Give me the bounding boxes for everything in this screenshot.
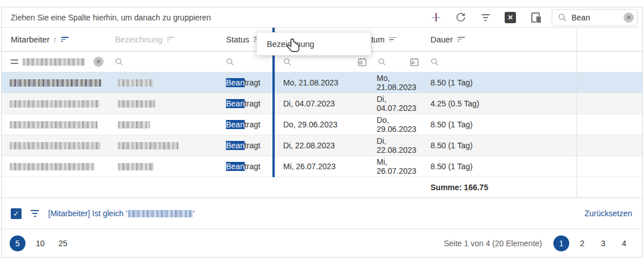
page-2[interactable]: 2: [574, 235, 590, 251]
dragged-column-ghost: Bezeichnung: [257, 32, 371, 55]
search-icon: [378, 58, 386, 66]
page-size-10[interactable]: 10: [32, 235, 48, 251]
dauer-total: Summe: 166.75: [425, 177, 577, 198]
column-chooser-button[interactable]: [529, 11, 541, 24]
search-highlight: Bean: [226, 141, 245, 150]
search-box: ✕: [552, 9, 638, 26]
header-filter-icon-enddatum[interactable]: [388, 36, 398, 44]
page-selector: 1 2 3 4: [553, 235, 632, 251]
group-panel-hint: Ziehen Sie eine Spalte hierhin, um danac…: [11, 13, 211, 22]
column-header-mitarbeiter[interactable]: Mitarbeiter ↑: [2, 28, 109, 51]
redacted-bezeichnung: [118, 79, 153, 87]
column-header-dauer[interactable]: Dauer: [425, 28, 577, 51]
add-button[interactable]: [429, 11, 442, 24]
page-size-5[interactable]: 5: [10, 235, 25, 251]
search-clear-button[interactable]: ✕: [624, 12, 634, 23]
filter-cell-bezeichnung[interactable]: [109, 52, 223, 72]
column-header-bezeichnung[interactable]: Bezeichnung: [109, 28, 223, 51]
table-row[interactable]: Beantragt Di, 22.08.2023 Di, 22.08.2023 …: [2, 135, 642, 156]
search-icon: [283, 58, 292, 66]
filter-row-toggle-button[interactable]: [479, 11, 492, 24]
page-size-25[interactable]: 25: [55, 235, 71, 251]
page-4[interactable]: 4: [616, 235, 632, 251]
equals-operator-icon[interactable]: [11, 59, 18, 64]
table-row[interactable]: Beantragt Mo, 21.08.2023 Mo, 21.08.2023 …: [2, 72, 642, 93]
redacted-bezeichnung: [118, 100, 155, 108]
calendar-icon[interactable]: [357, 57, 367, 67]
search-icon: [115, 58, 123, 66]
search-highlight: Bean: [226, 162, 245, 171]
calendar-icon[interactable]: [410, 57, 419, 67]
header-filter-icon-bezeichnung[interactable]: [166, 35, 176, 44]
search-icon: [558, 13, 567, 22]
refresh-button[interactable]: [454, 11, 467, 24]
filter-panel: ✓ [Mitarbeiter] Ist gleich '' Zurücksetz…: [2, 198, 642, 229]
page-info: Seite 1 von 4 (20 Elemente): [443, 239, 542, 248]
summary-row: Summe: 166.75: [2, 177, 642, 198]
toolbar: ✕: [429, 11, 541, 24]
data-grid: Ziehen Sie eine Spalte hierhin, um danac…: [1, 7, 643, 258]
redacted-filter-value: [23, 58, 85, 66]
table-row[interactable]: Beantragt Do, 29.06.2023 Do, 29.06.2023 …: [2, 114, 642, 135]
export-excel-button[interactable]: ✕: [504, 11, 517, 24]
excel-export-icon: ✕: [505, 12, 516, 23]
group-panel[interactable]: Ziehen Sie eine Spalte hierhin, um danac…: [2, 7, 642, 28]
redacted-bezeichnung: [118, 142, 178, 149]
redacted-bezeichnung: [118, 163, 153, 170]
table-row[interactable]: Beantragt Mi, 26.07.2023 Mi, 26.07.2023 …: [2, 156, 642, 177]
redacted-mitarbeiter: [10, 100, 99, 108]
filter-cell-mitarbeiter[interactable]: ✕: [2, 52, 109, 72]
refresh-icon: [455, 12, 466, 23]
search-highlight: Bean: [226, 99, 245, 108]
pager: 5 10 25 Seite 1 von 4 (20 Elemente) 1 2 …: [2, 229, 642, 257]
redacted-bezeichnung: [118, 121, 150, 128]
page-1[interactable]: 1: [553, 235, 569, 251]
filter-cell-enddatum[interactable]: [373, 52, 425, 72]
search-icon: [226, 58, 234, 66]
search-highlight: Bean: [226, 120, 245, 129]
filter-icon: [31, 210, 39, 217]
header-filter-icon-dauer[interactable]: [457, 35, 466, 44]
redacted-mitarbeiter: [10, 121, 97, 128]
filter-expression[interactable]: [Mitarbeiter] Ist gleich '': [48, 209, 194, 218]
redacted-filter-name: [128, 210, 193, 217]
redacted-mitarbeiter: [10, 163, 95, 170]
filter-clear-button[interactable]: ✕: [93, 57, 104, 67]
filter-icon: [481, 14, 490, 21]
redacted-mitarbeiter: [10, 142, 100, 149]
search-icon: [430, 58, 439, 66]
reset-filter-link[interactable]: Zurücksetzen: [585, 209, 632, 218]
search-highlight: Bean: [226, 78, 245, 87]
header-filter-icon-mitarbeiter[interactable]: [60, 35, 70, 44]
table-row[interactable]: Beantragt Di, 04.07.2023 Di, 04.07.2023 …: [2, 93, 642, 114]
search-input[interactable]: [572, 13, 617, 22]
plus-icon: [432, 13, 440, 22]
filter-cell-dauer[interactable]: [425, 52, 577, 72]
redacted-mitarbeiter: [10, 79, 101, 87]
hand-cursor-icon: [284, 37, 302, 56]
page-size-selector: 5 10 25: [10, 235, 71, 251]
filter-enabled-checkbox[interactable]: ✓: [11, 208, 22, 219]
page-3[interactable]: 3: [595, 235, 611, 251]
sort-asc-icon: ↑: [53, 35, 57, 44]
column-chooser-icon: [531, 12, 540, 23]
